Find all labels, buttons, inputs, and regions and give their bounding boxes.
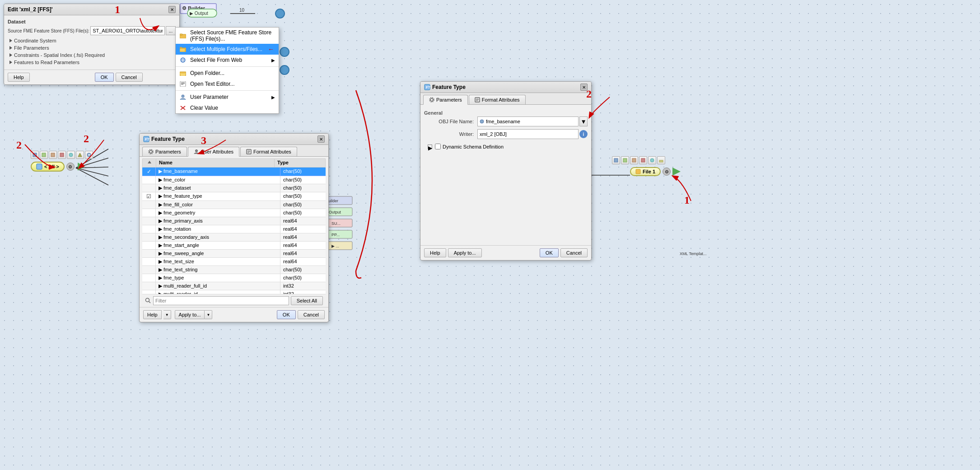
tab-user-attributes[interactable]: User Attributes [188, 147, 239, 157]
all-node-gear[interactable]: ⚙ [66, 163, 75, 171]
ft-right-ok-btn[interactable]: OK [540, 248, 559, 257]
ft-left-cancel-btn[interactable]: Cancel [298, 310, 325, 319]
table-row[interactable]: ▶ fme_dataset char(50) [142, 184, 326, 192]
file-params-row[interactable]: File Parameters [8, 44, 176, 51]
obj-file-name-dropdown-btn[interactable]: ▼ [579, 116, 588, 126]
ft-left-apply-to-arrow[interactable]: ▼ [205, 310, 212, 319]
tb-icon-1[interactable] [31, 151, 39, 159]
ft-right-apply-to-btn[interactable]: Apply to... [448, 248, 482, 257]
tb-icon-6[interactable] [76, 151, 84, 159]
select-all-btn[interactable]: Select All [291, 296, 323, 305]
expose-check-3[interactable] [142, 184, 156, 192]
tb-icon-3[interactable] [49, 151, 57, 159]
expose-check-9[interactable] [142, 233, 156, 242]
table-row[interactable]: ▶ fme_text_string char(50) [142, 266, 326, 274]
expose-check-4[interactable]: ☑ [142, 192, 156, 201]
all-node-play[interactable] [76, 163, 84, 171]
ft-left-close-btn[interactable]: ✕ [317, 135, 325, 143]
constraints-row[interactable]: Constraints - Spatial Index (.fsi) Requi… [8, 51, 176, 59]
tb-icon-2[interactable] [40, 151, 48, 159]
menu-open-folder[interactable]: Open Folder... [176, 68, 279, 79]
file1-tb-icon-6[interactable] [657, 156, 665, 164]
table-row[interactable]: ▶ fme_start_angle real64 [142, 242, 326, 250]
dynamic-schema-checkbox[interactable] [435, 144, 441, 149]
ft-left-apply-to-btn[interactable]: Apply to... [175, 310, 205, 319]
file1-tb-icon-1[interactable] [612, 156, 620, 164]
menu-select-file-web[interactable]: Select File From Web ▶ [176, 55, 279, 65]
file1-node-play[interactable] [672, 168, 681, 176]
table-row[interactable]: ▶ fme_secondary_axis real64 [142, 233, 326, 242]
user-param-icon [179, 93, 187, 101]
ft-right-cancel-btn[interactable]: Cancel [560, 248, 588, 257]
expose-check-11[interactable] [142, 250, 156, 258]
ft-left-help-btn[interactable]: Help [143, 310, 162, 319]
table-row[interactable]: ▶ fme_sweep_angle real64 [142, 250, 326, 258]
table-row[interactable]: ✓ ▶ fme_basename char(50) [142, 168, 326, 176]
col-type-header[interactable]: Type [275, 159, 320, 167]
menu-sep-2 [176, 90, 279, 91]
tb-icon-4[interactable] [58, 151, 66, 159]
table-row[interactable]: ▶ fme_rotation real64 [142, 225, 326, 233]
expose-check-14[interactable] [142, 274, 156, 282]
file1-node[interactable]: File 1 [630, 167, 661, 176]
tab-format-attributes-right[interactable]: Format Attributes [469, 95, 526, 104]
tab-format-attributes-left[interactable]: Format Attributes [240, 147, 297, 156]
writer-dropdown[interactable]: xml_2 [OBJ] [477, 129, 579, 139]
coord-system-arrow [9, 39, 12, 42]
ft-right-help-btn[interactable]: Help [424, 248, 446, 257]
file1-tb-icon-4[interactable] [639, 156, 647, 164]
table-row[interactable]: ▶ fme_color char(50) [142, 176, 326, 184]
coord-system-row[interactable]: Coordinate System [8, 37, 176, 44]
tab-parameters-right[interactable]: Parameters [423, 95, 468, 105]
menu-clear-value[interactable]: Clear Value [176, 102, 279, 113]
table-row[interactable]: ▶ fme_type char(50) [142, 274, 326, 282]
tb-icon-7[interactable] [85, 151, 93, 159]
edit-xml-close-btn[interactable]: ✕ [168, 6, 176, 13]
table-row[interactable]: ▶ fme_fill_color char(50) [142, 201, 326, 209]
expose-check-13[interactable] [142, 266, 156, 274]
source-ffs-input[interactable] [90, 26, 165, 35]
menu-user-parameter[interactable]: User Parameter ▶ [176, 92, 279, 102]
filter-input[interactable] [153, 296, 289, 305]
dynamic-schema-expander[interactable]: ▶ [428, 144, 432, 149]
file1-tb-icon-2[interactable] [621, 156, 629, 164]
edit-xml-help-btn[interactable]: Help [8, 73, 30, 82]
edit-xml-ok-btn[interactable]: OK [95, 73, 114, 82]
table-row[interactable]: ☑ ▶ fme_feature_type char(50) [142, 192, 326, 201]
all-node[interactable]: < All > [31, 162, 65, 172]
edit-xml-cancel-btn[interactable]: Cancel [116, 73, 143, 82]
expose-check-12[interactable] [142, 258, 156, 266]
attr-type-5: char(50) [280, 201, 326, 209]
menu-select-multiple[interactable]: Select Multiple Folders/Files... ← [176, 44, 279, 55]
attr-scroll-container[interactable]: ✓ ▶ fme_basename char(50) ▶ fme_color ch… [142, 168, 326, 294]
tb-icon-5[interactable] [67, 151, 75, 159]
expose-check-16[interactable] [142, 290, 156, 294]
source-ffs-browse-btn[interactable]: ... [166, 26, 176, 35]
expose-check-7[interactable] [142, 217, 156, 225]
ft-left-help-arrow[interactable]: ▼ [163, 310, 171, 319]
tab-parameters-left[interactable]: Parameters [142, 147, 187, 156]
writer-info-btn[interactable]: i [579, 130, 588, 138]
col-name-header[interactable]: Name [156, 159, 275, 167]
table-row[interactable]: ▶ fme_geometry char(50) [142, 209, 326, 217]
menu-select-source-ffs[interactable]: Select Source FME Feature Store (FFS) Fi… [176, 28, 279, 44]
file1-node-gear[interactable]: ⚙ [663, 168, 671, 176]
table-row[interactable]: ▶ fme_primary_axis real64 [142, 217, 326, 225]
expose-check-1[interactable]: ✓ [142, 168, 156, 176]
table-row[interactable]: ▶ fme_text_size real64 [142, 258, 326, 266]
menu-open-text-editor[interactable]: Open Text Editor... [176, 79, 279, 89]
ft-left-ok-btn[interactable]: OK [277, 310, 296, 319]
table-row[interactable]: ▶ multi_reader_full_id int32 [142, 282, 326, 290]
expose-check-6[interactable] [142, 209, 156, 217]
expose-check-5[interactable] [142, 201, 156, 209]
expose-check-8[interactable] [142, 225, 156, 233]
features-to-read-row[interactable]: Features to Read Parameters [8, 59, 176, 66]
expose-check-15[interactable] [142, 282, 156, 290]
ft-right-close-btn[interactable]: ✕ [580, 84, 588, 91]
expose-check-2[interactable] [142, 176, 156, 184]
expose-check-10[interactable] [142, 242, 156, 250]
table-row[interactable]: ▶ multi_reader_id int32 [142, 290, 326, 294]
format-attr-tab-icon [246, 149, 252, 154]
file1-tb-icon-5[interactable] [648, 156, 656, 164]
file1-tb-icon-3[interactable] [630, 156, 638, 164]
